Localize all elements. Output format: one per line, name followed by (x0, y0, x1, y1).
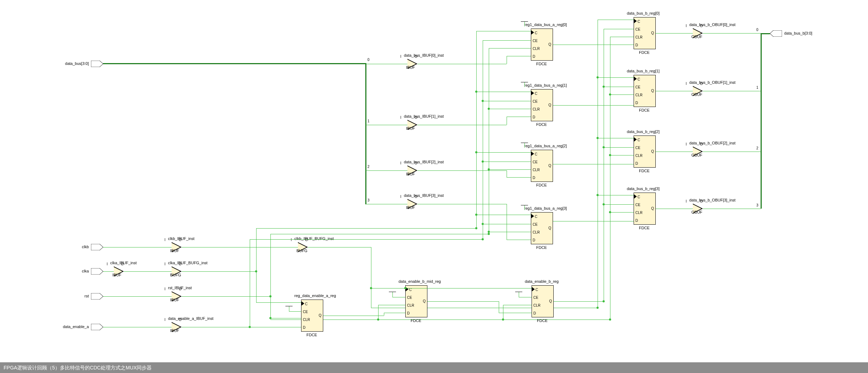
net-vcc (515, 292, 522, 292)
net (703, 209, 761, 209)
bit-label-0: 0 (756, 28, 758, 32)
net-clkb (371, 247, 371, 288)
net-clka (476, 31, 477, 228)
net-clka (476, 92, 531, 92)
net-vcc (285, 306, 293, 306)
reg1-data-bus-a-3: reg1_data_bus_a_reg[3] C CE CLR D Q FDCE (531, 212, 553, 244)
obuf-1: data_bus_b_OBUF[1]_inst I O OBUF (693, 86, 703, 96)
inst-label: data_bus_b_reg[2] (627, 129, 660, 134)
clkb-bufg: clkb_IBUF_BUFG_inst I O BUFG (298, 242, 308, 252)
net-clkb (598, 138, 634, 138)
junction-dot (482, 160, 484, 163)
port-clka: clka (91, 268, 103, 275)
net (499, 313, 532, 313)
inst-label: data_bus_b_OBUF[0]_inst (689, 22, 736, 27)
net-dea (250, 239, 250, 327)
net (507, 56, 507, 64)
pin-c: C (535, 31, 537, 35)
net-rst (378, 305, 379, 320)
port-clkb: clkb (91, 244, 103, 250)
junction-dot (482, 100, 484, 102)
port-data-enable-a: data_enable_a (91, 324, 103, 330)
net-dea (182, 327, 301, 327)
net (366, 204, 407, 204)
junction-dot (475, 214, 477, 216)
net-bus (761, 33, 762, 209)
net-dea (483, 162, 531, 162)
pin-i: I (400, 55, 401, 58)
junction-dot (609, 93, 611, 96)
inst-label: clka_IBUF_BUFG_inst (168, 261, 208, 265)
net (366, 64, 407, 64)
junction-dot (609, 211, 611, 213)
net-clkb (371, 288, 532, 288)
net-clkb (598, 20, 634, 20)
net-rst (489, 48, 489, 234)
port-label: data_bus[3:0] (65, 61, 89, 66)
net-rst (503, 305, 503, 320)
port-data-bus: data_bus[3:0] (91, 61, 103, 67)
net-rst (610, 94, 634, 95)
net-vcc (519, 292, 519, 297)
obuf-2: data_bus_b_OBUF[2]_inst I O OBUF (693, 147, 703, 157)
inst-label: reg_data_enable_a_reg (294, 293, 336, 298)
junction-dot (609, 318, 611, 321)
bit-label-2: 2 (367, 165, 370, 169)
net (656, 152, 693, 152)
junction-dot (482, 238, 484, 240)
net-dea (250, 239, 483, 240)
net (553, 164, 634, 164)
inst-label: data_bus_b_OBUF[1]_inst (689, 80, 736, 85)
bit-label-3: 3 (367, 198, 370, 202)
reg1-data-bus-a-0: reg1_data_bus_a_reg[0] C CE CLR D Q FDCE (531, 29, 553, 61)
data-bus-b-reg-1: data_bus_b_reg[1] C CE CLR D Q FDCE (634, 75, 656, 107)
net (417, 64, 507, 64)
net (417, 170, 507, 171)
net-bus (365, 63, 366, 204)
port-label: rst (85, 294, 89, 298)
junction-dot (597, 76, 599, 78)
net-clkb (598, 195, 634, 195)
inst-label: data_bus_b_OBUF[2]_inst (689, 141, 736, 145)
net-rst (610, 155, 634, 155)
net (507, 240, 531, 240)
junction-dot (377, 318, 379, 321)
junction-dot (482, 223, 484, 225)
inst-label: reg1_data_bus_a_reg[1] (524, 83, 567, 87)
clka-ibuf: clka_IBUF_inst I O IBUF (114, 266, 124, 276)
net (507, 117, 507, 125)
junction-dot (475, 151, 477, 153)
net-rst (610, 37, 634, 37)
pin-o: O (415, 161, 417, 165)
net-clka (256, 228, 257, 271)
pin-d: D (533, 55, 535, 58)
bit-label-1: 1 (367, 119, 370, 123)
bit-label-3: 3 (756, 203, 758, 207)
pin-q: Q (548, 42, 551, 46)
obuf-0: data_bus_b_OBUF[0]_inst I O OBUF (693, 28, 703, 38)
net (703, 91, 761, 91)
reg-data-enable-a: reg_data_enable_a_reg C CE CLR D Q FDCE (301, 300, 323, 332)
junction-dot (603, 86, 605, 88)
net (656, 33, 693, 34)
net-vcc (389, 292, 396, 292)
pin-i: I (400, 116, 401, 119)
net-deb (554, 301, 604, 302)
net-vcc (521, 82, 528, 82)
data-enable-b-mid: data_enable_b_mid_reg C CE CLR D Q FDCE (405, 285, 427, 317)
net-deb (604, 147, 634, 148)
junction-dot (597, 194, 599, 196)
bit-label-2: 2 (756, 146, 758, 150)
type-label: IBUF (406, 172, 415, 176)
net-clka (476, 31, 531, 31)
obuf-3: data_bus_b_OBUF[3]_inst I O OBUF (693, 204, 703, 214)
data-bus-ibuf-0: data_bus_IBUF[0]_inst I O IBUF (407, 59, 417, 69)
data-enable-b: data_enable_b_reg C CE CLR D Q FDCE (532, 285, 554, 317)
net (507, 56, 531, 56)
svg-marker-0 (91, 61, 103, 67)
reg1-data-bus-a-2: reg1_data_bus_a_reg[2] C CE CLR D Q FDCE (531, 150, 553, 182)
port-label: data_bus_b[3:0] (784, 31, 812, 35)
inst-label: data_bus_b_reg[1] (627, 69, 660, 73)
net-deb (604, 87, 634, 87)
junction-dot (603, 300, 605, 302)
